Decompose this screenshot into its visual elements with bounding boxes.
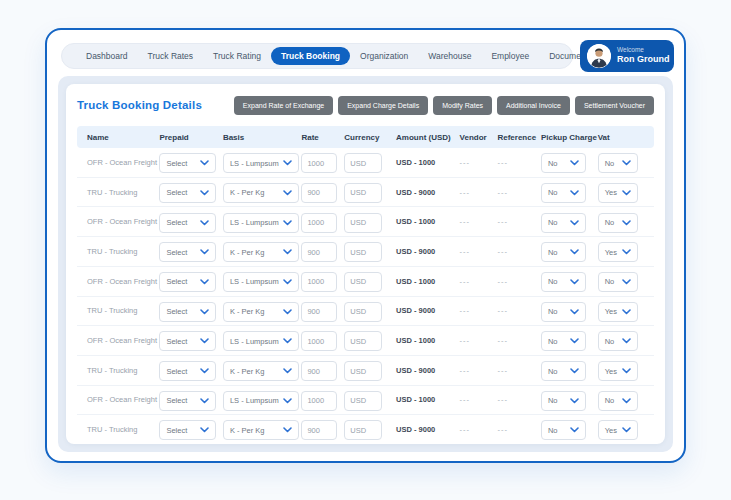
rate-input[interactable]	[301, 391, 337, 411]
currency-input[interactable]	[344, 153, 382, 173]
nav-item-employee[interactable]: Employee	[481, 47, 539, 65]
basis-dropdown[interactable]: LS - Lumpsum	[223, 391, 299, 411]
pickup-charge-dropdown[interactable]: No	[541, 153, 586, 173]
rate-input[interactable]	[301, 420, 337, 440]
vendor-value: ---	[460, 158, 498, 167]
prepaid-dropdown[interactable]: Select	[159, 420, 216, 440]
rate-input[interactable]	[301, 272, 337, 292]
prepaid-dropdown[interactable]: Select	[159, 183, 216, 203]
pickup-charge-dropdown[interactable]: No	[541, 272, 586, 292]
pickup-charge-dropdown[interactable]: No	[541, 420, 586, 440]
basis-dropdown[interactable]: K - Per Kg	[223, 361, 299, 381]
currency-input[interactable]	[344, 213, 382, 233]
settlement-voucher-button[interactable]: Settlement Voucher	[575, 96, 654, 115]
prepaid-dropdown[interactable]: Select	[159, 213, 216, 233]
chevron-down-icon	[622, 368, 631, 374]
pickup-charge-value: No	[548, 337, 558, 346]
reference-value: ---	[497, 366, 540, 375]
charge-name: OFR - Ocean Freight	[87, 277, 159, 286]
basis-dropdown[interactable]: K - Per Kg	[223, 302, 299, 322]
basis-dropdown[interactable]: K - Per Kg	[223, 242, 299, 262]
chevron-down-icon	[200, 338, 209, 344]
rate-input[interactable]	[301, 183, 337, 203]
nav-item-dashboard[interactable]: Dashboard	[76, 47, 138, 65]
rate-input[interactable]	[301, 361, 337, 381]
pickup-charge-dropdown[interactable]: No	[541, 391, 586, 411]
pickup-charge-dropdown[interactable]: No	[541, 183, 586, 203]
vat-dropdown[interactable]: No	[598, 153, 638, 173]
currency-input[interactable]	[344, 391, 382, 411]
vat-value: No	[605, 159, 615, 168]
user-badge[interactable]: Welcome Ron Ground	[580, 40, 674, 72]
prepaid-dropdown[interactable]: Select	[159, 272, 216, 292]
currency-input[interactable]	[344, 331, 382, 351]
table-row: OFR - Ocean Freight Select LS - Lumpsum	[77, 207, 654, 237]
table-row: TRU - Trucking Select K - Per Kg US	[77, 356, 654, 386]
prepaid-dropdown[interactable]: Select	[159, 302, 216, 322]
pickup-charge-dropdown[interactable]: No	[541, 242, 586, 262]
vat-dropdown[interactable]: Yes	[598, 242, 638, 262]
prepaid-dropdown[interactable]: Select	[159, 361, 216, 381]
additional-invoice-button[interactable]: Additional Invoice	[497, 96, 570, 115]
pickup-charge-dropdown[interactable]: No	[541, 331, 586, 351]
basis-dropdown[interactable]: K - Per Kg	[223, 183, 299, 203]
nav-item-truck-rating[interactable]: Truck Rating	[203, 47, 271, 65]
currency-input[interactable]	[344, 272, 382, 292]
rate-input[interactable]	[301, 331, 337, 351]
welcome-text: Welcome Ron Ground	[617, 46, 670, 65]
pickup-charge-dropdown[interactable]: No	[541, 361, 586, 381]
table-row: TRU - Trucking Select K - Per Kg US	[77, 237, 654, 267]
basis-dropdown[interactable]: LS - Lumpsum	[223, 272, 299, 292]
nav-item-warehouse[interactable]: Warehouse	[418, 47, 481, 65]
amount-value: USD - 9000	[396, 188, 459, 197]
vat-dropdown[interactable]: No	[598, 391, 638, 411]
basis-dropdown[interactable]: K - Per Kg	[223, 420, 299, 440]
basis-dropdown[interactable]: LS - Lumpsum	[223, 213, 299, 233]
prepaid-dropdown[interactable]: Select	[159, 242, 216, 262]
prepaid-dropdown[interactable]: Select	[159, 153, 216, 173]
chevron-down-icon	[570, 249, 579, 255]
pickup-charge-dropdown[interactable]: No	[541, 213, 586, 233]
chevron-down-icon	[570, 279, 579, 285]
chevron-down-icon	[570, 398, 579, 404]
nav-item-truck-rates[interactable]: Truck Rates	[138, 47, 204, 65]
rate-input[interactable]	[301, 153, 337, 173]
chevron-down-icon	[283, 368, 292, 374]
currency-input[interactable]	[344, 183, 382, 203]
vat-dropdown[interactable]: No	[598, 331, 638, 351]
nav-item-organization[interactable]: Organization	[350, 47, 418, 65]
rate-input[interactable]	[301, 242, 337, 262]
rate-input[interactable]	[301, 302, 337, 322]
charge-name: TRU - Trucking	[87, 366, 159, 375]
currency-input[interactable]	[344, 302, 382, 322]
basis-value: K - Per Kg	[230, 367, 265, 376]
nav-item-truck-booking[interactable]: Truck Booking	[271, 47, 350, 65]
prepaid-dropdown[interactable]: Select	[159, 391, 216, 411]
vat-dropdown[interactable]: Yes	[598, 361, 638, 381]
vat-value: No	[605, 396, 615, 405]
currency-input[interactable]	[344, 361, 382, 381]
expand-charge-details-button[interactable]: Expand Charge Details	[338, 96, 428, 115]
chevron-down-icon	[283, 309, 292, 315]
prepaid-value: Select	[166, 218, 187, 227]
basis-value: LS - Lumpsum	[230, 337, 279, 346]
table-header: NamePrepaidBasisRateCurrencyAmount (USD)…	[77, 126, 654, 148]
rate-input[interactable]	[301, 213, 337, 233]
basis-dropdown[interactable]: LS - Lumpsum	[223, 153, 299, 173]
vat-dropdown[interactable]: No	[598, 213, 638, 233]
basis-dropdown[interactable]: LS - Lumpsum	[223, 331, 299, 351]
amount-value: USD - 1000	[396, 217, 459, 226]
vendor-value: ---	[460, 188, 498, 197]
vat-dropdown[interactable]: Yes	[598, 302, 638, 322]
chevron-down-icon	[570, 220, 579, 226]
modify-rates-button[interactable]: Modify Rates	[433, 96, 492, 115]
expand-rate-of-exchange-button[interactable]: Expand Rate of Exchange	[234, 96, 333, 115]
pickup-charge-dropdown[interactable]: No	[541, 302, 586, 322]
vat-dropdown[interactable]: Yes	[598, 183, 638, 203]
vat-dropdown[interactable]: No	[598, 272, 638, 292]
table-row: OFR - Ocean Freight Select LS - Lumpsum	[77, 267, 654, 297]
prepaid-dropdown[interactable]: Select	[159, 331, 216, 351]
vat-dropdown[interactable]: Yes	[598, 420, 638, 440]
currency-input[interactable]	[344, 420, 382, 440]
currency-input[interactable]	[344, 242, 382, 262]
